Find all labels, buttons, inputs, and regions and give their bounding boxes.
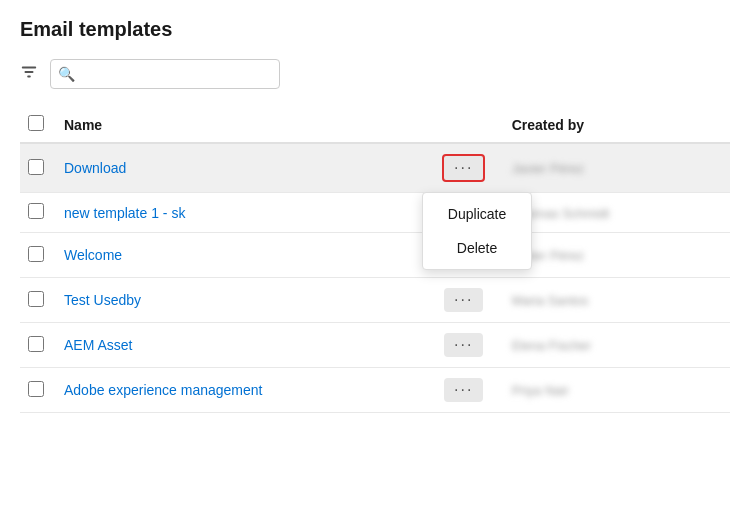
header-name: Name — [56, 107, 424, 143]
table-row: AEM Asset···Elena Fischer — [20, 323, 730, 368]
table-row: new template 1 - skThomas Schmidt — [20, 193, 730, 233]
created-by-value: Maria Santos — [512, 293, 589, 308]
row-checkbox[interactable] — [28, 336, 44, 352]
created-by-value: Elena Fischer — [512, 338, 591, 353]
more-actions-button[interactable]: ··· — [442, 154, 485, 182]
row-name-link[interactable]: AEM Asset — [64, 337, 132, 353]
table-row: Test Usedby···Maria Santos — [20, 278, 730, 323]
delete-menu-item[interactable]: Delete — [423, 231, 531, 265]
actions-dropdown-menu: DuplicateDelete — [422, 192, 532, 270]
search-container: 🔍 — [50, 59, 280, 89]
page-container: Email templates 🔍 Name Created by Downlo… — [0, 0, 750, 514]
table-header-row: Name Created by — [20, 107, 730, 143]
created-by-value: Javier Pérez — [512, 161, 584, 176]
row-name-link[interactable]: Adobe experience management — [64, 382, 262, 398]
search-input[interactable] — [50, 59, 280, 89]
created-by-value: Priya Nair — [512, 383, 569, 398]
dropdown-wrapper: ···DuplicateDelete — [442, 154, 485, 182]
toolbar: 🔍 — [20, 59, 730, 89]
row-checkbox[interactable] — [28, 246, 44, 262]
row-name-link[interactable]: Download — [64, 160, 126, 176]
more-actions-button[interactable]: ··· — [444, 333, 483, 357]
header-created-by: Created by — [504, 107, 730, 143]
row-checkbox[interactable] — [28, 381, 44, 397]
filter-icon[interactable] — [20, 63, 38, 85]
select-all-checkbox[interactable] — [28, 115, 44, 131]
more-actions-button[interactable]: ··· — [444, 288, 483, 312]
row-checkbox[interactable] — [28, 159, 44, 175]
table-row: Adobe experience management···Priya Nair — [20, 368, 730, 413]
header-actions — [424, 107, 504, 143]
page-title: Email templates — [20, 18, 730, 41]
row-checkbox[interactable] — [28, 203, 44, 219]
email-templates-table: Name Created by Download···DuplicateDele… — [20, 107, 730, 413]
row-name-link[interactable]: Welcome — [64, 247, 122, 263]
row-name-link[interactable]: new template 1 - sk — [64, 205, 185, 221]
search-icon: 🔍 — [58, 66, 75, 82]
more-actions-button[interactable]: ··· — [444, 378, 483, 402]
duplicate-menu-item[interactable]: Duplicate — [423, 197, 531, 231]
row-checkbox[interactable] — [28, 291, 44, 307]
row-name-link[interactable]: Test Usedby — [64, 292, 141, 308]
table-row: Welcome···Javier Pérez — [20, 233, 730, 278]
table-row: Download···DuplicateDeleteJavier Pérez — [20, 143, 730, 193]
